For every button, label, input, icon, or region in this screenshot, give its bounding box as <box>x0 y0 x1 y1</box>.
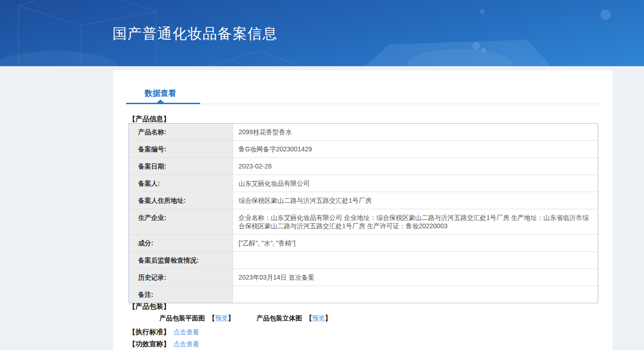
row-value <box>233 252 598 269</box>
row-value: 鲁G妆网备字2023001429 <box>233 141 598 157</box>
row-value: 2023-02-28 <box>233 158 598 175</box>
packaging-flat-preview-link[interactable]: 预览 <box>215 314 228 322</box>
standard-view-link[interactable]: 点击查看 <box>173 328 199 337</box>
table-row: 备案人: 山东艾丽化妆品有限公司 <box>129 175 598 192</box>
efficacy-view-link[interactable]: 点击查看 <box>173 340 199 349</box>
row-label: 备案编号: <box>129 141 233 157</box>
row-value: 综合保税区蒙山二路与沂河五路交汇处1号厂房 <box>233 192 598 209</box>
packaging-flat-item: 产品包装平面图【预览】 <box>159 314 234 323</box>
row-label: 备案后监督检查情况: <box>129 252 233 269</box>
packaging-line: 产品包装平面图【预览】 产品包装立体图【预览】 <box>159 314 331 323</box>
row-label: 生产企业: <box>129 209 233 234</box>
row-label: 备注: <box>129 286 233 303</box>
row-label: 备案人: <box>129 175 233 192</box>
section-heading-efficacy: 【功效宣称】 <box>129 340 170 349</box>
section-heading-standard: 【执行标准】 <box>129 328 170 337</box>
table-row: 成分: ["乙醇", "水", "香精"] <box>129 234 598 251</box>
row-label: 备案日期: <box>129 158 233 175</box>
table-row: 备案后监督检查情况: <box>129 251 598 269</box>
product-info-table: 产品名称: 2099桂花香型香水 备案编号: 鲁G妆网备字2023001429 … <box>129 123 598 303</box>
row-value: 2023年03月14日 首次备案 <box>233 269 598 286</box>
table-row: 生产企业: 企业名称：山东艾丽化妆品有限公司 企业地址：综合保税区蒙山二路与沂河… <box>129 209 598 234</box>
row-label: 产品名称: <box>129 124 233 140</box>
row-value: 2099桂花香型香水 <box>233 124 598 140</box>
packaging-stereo-label: 产品包装立体图 <box>257 314 302 322</box>
table-row: 备注: <box>129 286 598 303</box>
row-label: 历史记录: <box>129 269 233 286</box>
row-value <box>233 286 598 303</box>
packaging-stereo-item: 产品包装立体图【预览】 <box>257 314 331 323</box>
tab-data-view[interactable]: 数据查看 <box>145 88 176 99</box>
content-card: 数据查看 【产品信息】 产品名称: 2099桂花香型香水 备案编号: 鲁G妆网备… <box>113 70 613 350</box>
bracket-open: 【 <box>209 314 215 322</box>
row-value: ["乙醇", "水", "香精"] <box>233 235 598 251</box>
table-row: 备案日期: 2023-02-28 <box>129 157 598 175</box>
bracket-close: 】 <box>228 314 234 322</box>
banner-decoration <box>0 0 644 66</box>
packaging-flat-label: 产品包装平面图 <box>159 314 205 322</box>
row-value: 企业名称：山东艾丽化妆品有限公司 企业地址：综合保税区蒙山二路与沂河五路交汇处1… <box>233 209 598 234</box>
active-tab-caret <box>157 100 164 103</box>
packaging-stereo-preview-link[interactable]: 预览 <box>312 314 325 322</box>
bracket-open: 【 <box>306 314 312 322</box>
page-title: 国产普通化妆品备案信息 <box>112 24 278 44</box>
table-row: 产品名称: 2099桂花香型香水 <box>129 124 598 140</box>
table-row: 备案人住所地址: 综合保税区蒙山二路与沂河五路交汇处1号厂房 <box>129 192 598 209</box>
section-heading-packaging: 【产品包装】 <box>129 302 170 311</box>
table-row: 历史记录: 2023年03月14日 首次备案 <box>129 269 598 286</box>
page-banner: 国产普通化妆品备案信息 <box>0 0 644 66</box>
row-label: 备案人住所地址: <box>129 192 233 209</box>
bracket-close: 】 <box>325 314 331 322</box>
efficacy-row: 【功效宣称】 点击查看 <box>129 340 199 349</box>
active-tab-underline <box>126 103 200 104</box>
standard-row: 【执行标准】 点击查看 <box>129 328 199 337</box>
table-row: 备案编号: 鲁G妆网备字2023001429 <box>129 140 598 157</box>
section-heading-product-info: 【产品信息】 <box>129 115 170 124</box>
row-value: 山东艾丽化妆品有限公司 <box>233 175 598 192</box>
row-label: 成分: <box>129 235 233 251</box>
